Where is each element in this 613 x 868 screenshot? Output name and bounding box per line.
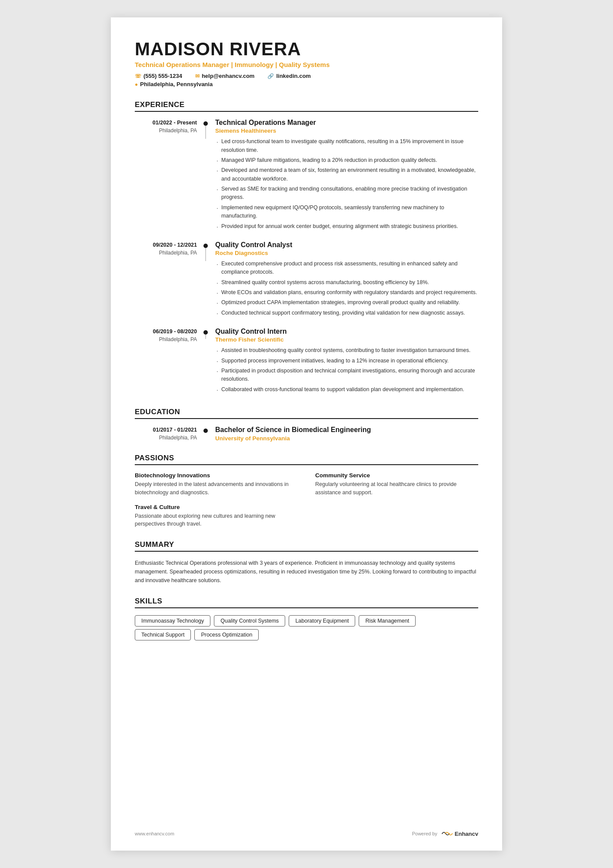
- skill-1: Immunoassay Technology: [135, 615, 210, 627]
- job-3-date-col: 06/2019 - 08/2020 Philadelphia, PA: [135, 328, 202, 342]
- job-3-timeline: [202, 328, 209, 339]
- edu-date: 01/2017 - 01/2021: [135, 426, 202, 433]
- job-3-title: Quality Control Intern: [215, 328, 478, 335]
- edu-degree: Bachelor of Science in Biomedical Engine…: [215, 426, 478, 434]
- job-2-date-col: 09/2020 - 12/2021 Philadelphia, PA: [135, 241, 202, 256]
- skills-row-2: Technical Support Process Optimization: [135, 629, 478, 640]
- experience-section: EXPERIENCE 01/2022 - Present Philadelphi…: [135, 101, 478, 395]
- job-1: 01/2022 - Present Philadelphia, PA Techn…: [135, 119, 478, 232]
- job-2-company: Roche Diagnostics: [215, 250, 478, 256]
- enhancv-logo-icon: [441, 830, 453, 838]
- email-icon: ✉: [195, 73, 200, 79]
- job-2-location: Philadelphia, PA: [135, 250, 202, 256]
- job-2: 09/2020 - 12/2021 Philadelphia, PA Quali…: [135, 241, 478, 319]
- summary-section: SUMMARY Enthusiastic Technical Operation…: [135, 540, 478, 585]
- enhancv-logo: Enhancv: [441, 830, 478, 838]
- education-title: EDUCATION: [135, 408, 478, 419]
- powered-by-label: Powered by: [412, 831, 437, 836]
- passion-2-name: Community Service: [315, 472, 478, 479]
- contact-row: ☏ (555) 555-1234 ✉ help@enhancv.com 🔗 li…: [135, 73, 478, 79]
- timeline-line: [205, 126, 206, 139]
- location-row: ● Philadelphia, Pennsylvania: [135, 81, 478, 87]
- bullet: Provided input for annual work center bu…: [215, 222, 478, 231]
- job-3-content: Quality Control Intern Thermo Fisher Sci…: [209, 328, 478, 395]
- passion-3: Travel & Culture Passionate about explor…: [135, 504, 298, 529]
- job-1-bullets: Led cross-functional team to investigate…: [215, 137, 478, 231]
- timeline-dot: [203, 121, 208, 126]
- passions-section: PASSIONS Biotechnology Innovations Deepl…: [135, 454, 478, 528]
- bullet: Assisted in troubleshooting quality cont…: [215, 346, 478, 355]
- passion-1: Biotechnology Innovations Deeply interes…: [135, 472, 298, 497]
- skills-section: SKILLS Immunoassay Technology Quality Co…: [135, 597, 478, 640]
- candidate-name: MADISON RIVERA: [135, 39, 478, 59]
- bullet: Streamlined quality control systems acro…: [215, 278, 478, 287]
- timeline-line: [205, 335, 206, 339]
- bullet: Collaborated with cross-functional teams…: [215, 385, 478, 394]
- job-2-title: Quality Control Analyst: [215, 241, 478, 249]
- passions-title: PASSIONS: [135, 454, 478, 465]
- job-3-company: Thermo Fisher Scientific: [215, 336, 478, 343]
- bullet: Optimized product CAPA implementation st…: [215, 298, 478, 307]
- enhancv-brand: Enhancv: [455, 831, 478, 837]
- skill-6: Process Optimization: [194, 629, 259, 640]
- edu-entry-1: 01/2017 - 01/2021 Philadelphia, PA Bache…: [135, 426, 478, 442]
- summary-title: SUMMARY: [135, 540, 478, 552]
- job-3-location: Philadelphia, PA: [135, 336, 202, 342]
- footer: www.enhancv.com Powered by Enhancv: [135, 830, 478, 838]
- bullet: Wrote ECOs and validation plans, ensurin…: [215, 288, 478, 297]
- job-3-date: 06/2019 - 08/2020: [135, 328, 202, 335]
- job-2-bullets: Executed comprehensive product and proce…: [215, 260, 478, 317]
- job-3: 06/2019 - 08/2020 Philadelphia, PA Quali…: [135, 328, 478, 395]
- edu-date-col: 01/2017 - 01/2021 Philadelphia, PA: [135, 426, 202, 441]
- education-section: EDUCATION 01/2017 - 01/2021 Philadelphia…: [135, 408, 478, 442]
- edu-timeline: [202, 426, 209, 433]
- experience-title: EXPERIENCE: [135, 101, 478, 112]
- job-1-timeline: [202, 119, 209, 139]
- phone-value: (555) 555-1234: [143, 73, 182, 79]
- job-1-date: 01/2022 - Present: [135, 119, 202, 126]
- bullet: Supported process improvement initiative…: [215, 357, 478, 365]
- bullet: Served as SME for tracking and trending …: [215, 185, 478, 202]
- email-value: help@enhancv.com: [202, 73, 255, 79]
- edu-location: Philadelphia, PA: [135, 435, 202, 441]
- passion-1-desc: Deeply interested in the latest advancem…: [135, 480, 298, 497]
- job-1-location: Philadelphia, PA: [135, 127, 202, 134]
- passion-3-desc: Passionate about exploring new cultures …: [135, 512, 298, 529]
- edu-content: Bachelor of Science in Biomedical Engine…: [209, 426, 478, 442]
- phone-icon: ☏: [135, 73, 141, 79]
- passion-2-desc: Regularly volunteering at local healthca…: [315, 480, 478, 497]
- summary-text: Enthusiastic Technical Operations profes…: [135, 559, 478, 585]
- skills-row-1: Immunoassay Technology Quality Control S…: [135, 615, 478, 627]
- location-value: Philadelphia, Pennsylvania: [140, 81, 213, 87]
- candidate-title: Technical Operations Manager | Immunolog…: [135, 61, 478, 68]
- linkedin-contact: 🔗 linkedin.com: [267, 73, 310, 79]
- linkedin-value: linkedin.com: [276, 73, 310, 79]
- bullet: Developed and mentored a team of six, fo…: [215, 166, 478, 183]
- passion-1-name: Biotechnology Innovations: [135, 472, 298, 479]
- header: MADISON RIVERA Technical Operations Mana…: [135, 39, 478, 87]
- timeline-dot: [203, 330, 208, 335]
- email-contact: ✉ help@enhancv.com: [195, 73, 255, 79]
- footer-powered: Powered by Enhancv: [412, 830, 478, 838]
- skills-rows: Immunoassay Technology Quality Control S…: [135, 615, 478, 640]
- job-1-title: Technical Operations Manager: [215, 119, 478, 127]
- passion-3-name: Travel & Culture: [135, 504, 298, 510]
- footer-url: www.enhancv.com: [135, 831, 174, 836]
- job-2-timeline: [202, 241, 209, 261]
- bullet: Executed comprehensive product and proce…: [215, 260, 478, 277]
- bullet: Conducted technical support confirmatory…: [215, 309, 478, 317]
- job-1-date-col: 01/2022 - Present Philadelphia, PA: [135, 119, 202, 134]
- passion-2: Community Service Regularly volunteering…: [315, 472, 478, 497]
- bullet: Participated in product disposition and …: [215, 367, 478, 384]
- skill-3: Laboratory Equipment: [289, 615, 355, 627]
- job-3-bullets: Assisted in troubleshooting quality cont…: [215, 346, 478, 394]
- resume-page: MADISON RIVERA Technical Operations Mana…: [111, 17, 502, 851]
- passions-grid: Biotechnology Innovations Deeply interes…: [135, 472, 478, 528]
- phone-contact: ☏ (555) 555-1234: [135, 73, 182, 79]
- job-2-content: Quality Control Analyst Roche Diagnostic…: [209, 241, 478, 319]
- skills-title: SKILLS: [135, 597, 478, 608]
- skill-5: Technical Support: [135, 629, 191, 640]
- job-2-date: 09/2020 - 12/2021: [135, 241, 202, 248]
- job-1-content: Technical Operations Manager Siemens Hea…: [209, 119, 478, 232]
- timeline-line: [205, 248, 206, 261]
